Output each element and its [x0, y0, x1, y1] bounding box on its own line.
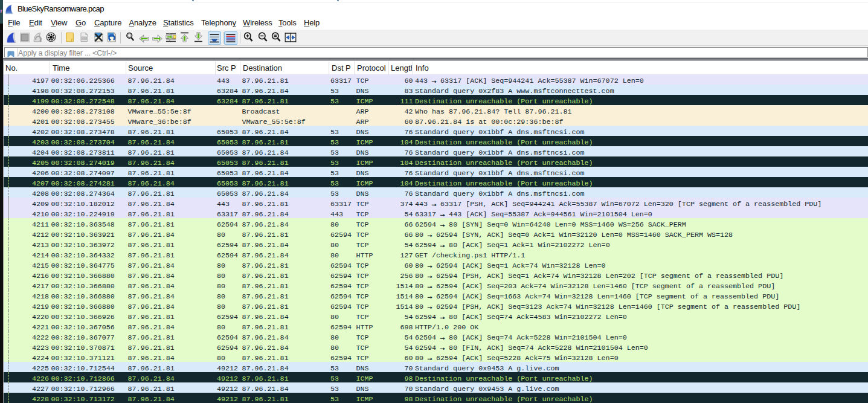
- svg-text:010: 010: [82, 37, 86, 40]
